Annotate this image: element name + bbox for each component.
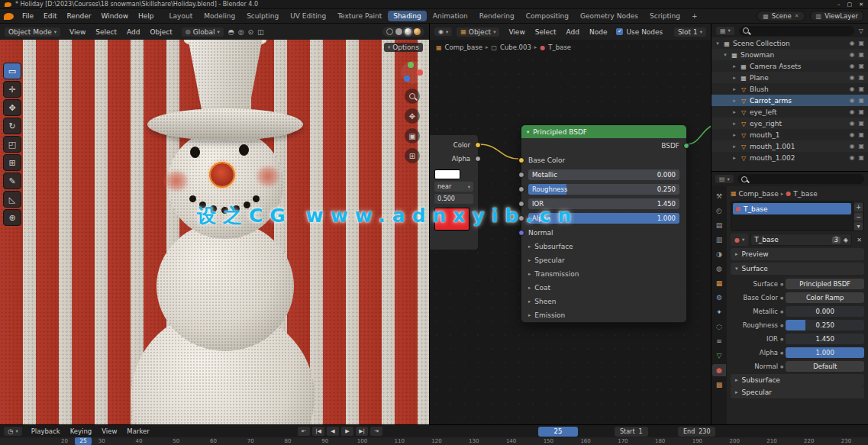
- workspace-tab[interactable]: Compositing: [521, 11, 574, 21]
- workspace-tab[interactable]: Texture Paint: [332, 11, 387, 21]
- camera-view-icon[interactable]: ▣: [405, 128, 420, 143]
- collapsed-section-header[interactable]: ▸ Specular: [731, 386, 864, 398]
- workspace-tab[interactable]: Geometry Nodes: [575, 11, 644, 21]
- outliner-row[interactable]: ▸ eye_right ◉ ▣: [712, 118, 868, 129]
- timeline-editor-select[interactable]: ◷▾: [4, 427, 22, 436]
- overlays-toggle-icon[interactable]: ◫: [257, 28, 264, 36]
- disable-in-render-icon[interactable]: ▣: [858, 85, 864, 92]
- node-collapsed-section[interactable]: ▸ Transmission: [521, 267, 686, 281]
- disable-in-render-icon[interactable]: ▣: [858, 108, 864, 115]
- tab-tool[interactable]: ⚒: [712, 190, 726, 202]
- pan-hand-icon[interactable]: ✥: [405, 108, 420, 124]
- proportional-edit-icon[interactable]: ◎: [238, 28, 244, 36]
- expand-icon[interactable]: ▸: [731, 143, 737, 150]
- material-preview-shading-icon[interactable]: [405, 28, 411, 35]
- tool-scale[interactable]: ◰: [3, 136, 21, 153]
- animate-decorator-icon[interactable]: ●: [780, 282, 783, 286]
- expand-icon[interactable]: ▸: [731, 63, 737, 69]
- node-slider[interactable]: Metallic 0.000: [528, 169, 679, 180]
- output-socket[interactable]: [475, 156, 481, 162]
- maximize-button[interactable]: ▢: [847, 2, 853, 8]
- hide-in-viewport-icon[interactable]: ◉: [849, 85, 854, 92]
- animate-decorator-icon[interactable]: ●: [780, 364, 783, 369]
- expand-icon[interactable]: ▸: [731, 75, 737, 81]
- unlink-material-icon[interactable]: ✕: [854, 237, 864, 243]
- tool-add-primitive[interactable]: ⊕: [3, 209, 21, 226]
- shader-menu-item[interactable]: View: [504, 27, 529, 37]
- blender-menu-icon[interactable]: [4, 13, 14, 20]
- hide-in-viewport-icon[interactable]: ◉: [849, 97, 854, 104]
- snap-magnet-icon[interactable]: ◓: [228, 28, 234, 36]
- rendered-shading-icon[interactable]: [414, 28, 421, 35]
- preview-section-header[interactable]: ▸Preview: [731, 248, 864, 260]
- hide-in-viewport-icon[interactable]: ◉: [849, 108, 854, 115]
- tab-render[interactable]: ◴: [712, 205, 726, 217]
- expand-icon[interactable]: ▸: [731, 155, 737, 161]
- tab-view-layer[interactable]: ▥: [712, 234, 726, 246]
- metallic-slider[interactable]: Metallic Metallic 0.000: [521, 167, 686, 182]
- outliner-row[interactable]: ▸ Carrot_arms ◉ ▣: [712, 95, 868, 106]
- add-slot-button[interactable]: +: [854, 203, 863, 211]
- disable-in-render-icon[interactable]: ▣: [858, 143, 864, 150]
- solid-shading-icon[interactable]: [395, 28, 402, 35]
- hide-in-viewport-icon[interactable]: ◉: [849, 63, 854, 69]
- tool-select-box[interactable]: ▭: [3, 63, 21, 79]
- previous-keyframe-button[interactable]: |◀: [312, 427, 324, 436]
- node-slider[interactable]: Roughness 0.250: [528, 184, 679, 195]
- disable-in-render-icon[interactable]: ▣: [858, 97, 864, 104]
- outliner-row[interactable]: ▾ Scene Collection ◉ ▣: [712, 37, 868, 49]
- carrot-nose-selected[interactable]: [211, 163, 234, 186]
- playhead[interactable]: 25: [75, 437, 92, 445]
- node-collapsed-section[interactable]: ▸ Sheen: [521, 295, 686, 308]
- scene-unlink-icon[interactable]: ✕: [795, 13, 799, 19]
- editor-type-select[interactable]: ◉▾: [434, 27, 452, 36]
- viewport-menu-item[interactable]: Select: [91, 27, 121, 37]
- node-collapsed-section[interactable]: ▸ Specular: [521, 253, 686, 267]
- shader-type-select[interactable]: ▦Object▾: [457, 27, 499, 37]
- node-header[interactable]: ▾ Principled BSDF: [521, 125, 686, 138]
- outliner-row[interactable]: ▸ mouth_1 ◉ ▣: [712, 129, 868, 140]
- disable-in-render-icon[interactable]: ▣: [858, 74, 864, 81]
- disable-in-render-icon[interactable]: ▣: [858, 40, 864, 47]
- animate-decorator-icon[interactable]: ●: [780, 309, 783, 314]
- disable-in-render-icon[interactable]: ▣: [858, 131, 864, 138]
- workspace-tab[interactable]: Scripting: [644, 11, 686, 21]
- expand-icon[interactable]: ▸: [731, 109, 737, 115]
- viewport-menu-item[interactable]: Add: [122, 27, 144, 37]
- hide-in-viewport-icon[interactable]: ◉: [849, 131, 854, 138]
- material-name-field[interactable]: T_base 3 ◈: [750, 234, 852, 246]
- input-socket[interactable]: [518, 230, 524, 236]
- display-mode-select[interactable]: ▦▾: [716, 27, 734, 35]
- collapsed-section-header[interactable]: ▸ Subsurface: [731, 374, 864, 386]
- navigation-gizmo[interactable]: [401, 61, 424, 84]
- fake-user-shield-icon[interactable]: ◈: [844, 237, 848, 243]
- timeline-menu-item[interactable]: View: [97, 426, 121, 437]
- node-canvas[interactable]: ▦Comp_base ▸ ▢Cube.003 ▸ ●T_base Color: [430, 40, 711, 424]
- expand-icon[interactable]: ▸: [731, 121, 737, 127]
- input-socket[interactable]: [518, 172, 524, 178]
- node-collapsed-section[interactable]: ▸ Coat: [521, 281, 686, 295]
- workspace-tab[interactable]: Shading: [388, 11, 427, 21]
- hide-in-viewport-icon[interactable]: ◉: [849, 120, 854, 127]
- animate-decorator-icon[interactable]: ●: [780, 350, 783, 355]
- expand-icon[interactable]: ▸: [731, 86, 737, 92]
- next-keyframe-button[interactable]: ▶|: [356, 427, 368, 436]
- disable-in-render-icon[interactable]: ▣: [858, 51, 864, 58]
- remove-slot-button[interactable]: −: [854, 213, 863, 221]
- expand-icon[interactable]: ▾: [722, 52, 728, 58]
- snowman-object[interactable]: [0, 40, 429, 424]
- tab-world[interactable]: ◍: [712, 263, 726, 275]
- start-frame-field[interactable]: Start 1: [615, 427, 648, 437]
- node-collapsed-section[interactable]: ▸ Emission: [521, 308, 686, 322]
- viewport-canvas[interactable]: ▭✛✥↻◰⊞✎◺⊕ ▾ Options ✥ ▣ ⊞: [0, 40, 429, 424]
- viewport-menu-item[interactable]: Object: [146, 27, 177, 37]
- timeline-menu-item[interactable]: Playback: [27, 426, 65, 437]
- property-widget[interactable]: Color Ramp: [786, 292, 864, 303]
- material-users-count[interactable]: 3: [832, 237, 841, 243]
- properties-filter-select[interactable]: ▤▾: [715, 175, 734, 183]
- hide-in-viewport-icon[interactable]: ◉: [849, 40, 854, 47]
- tool-move[interactable]: ✥: [3, 99, 21, 116]
- timeline-menu-item[interactable]: Keying: [66, 426, 97, 437]
- viewport-menu-item[interactable]: View: [65, 27, 90, 37]
- expand-icon[interactable]: ▾: [715, 40, 721, 47]
